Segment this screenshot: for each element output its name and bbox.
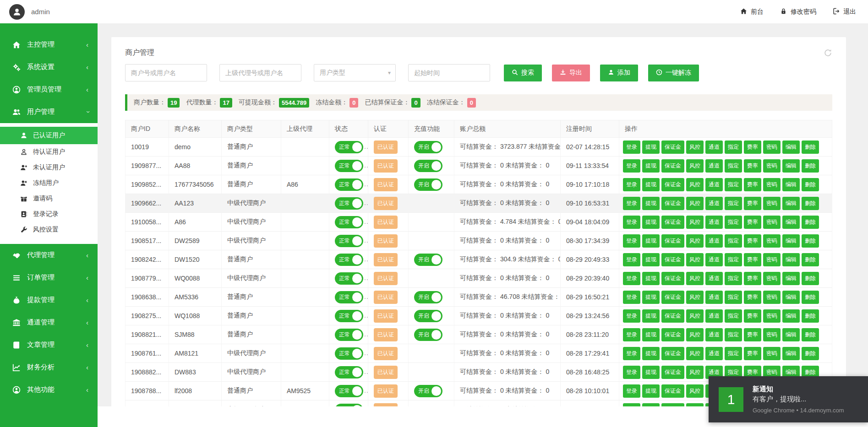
action-button-edit[interactable]: 编辑 (782, 253, 800, 266)
action-button-assign[interactable]: 指定 (725, 141, 742, 154)
action-button-risk[interactable]: 风控 (686, 141, 704, 154)
action-button-risk[interactable]: 风控 (686, 347, 704, 360)
action-button-withdraw[interactable]: 提现 (642, 384, 660, 398)
action-button-password[interactable]: 密码 (763, 216, 781, 229)
action-button-channel[interactable]: 通道 (705, 159, 723, 173)
recharge-toggle[interactable]: 开启 (414, 310, 442, 322)
sidebar-item-users[interactable]: 用户管理‹ (0, 101, 98, 123)
action-button-margin[interactable]: 保证金 (661, 159, 684, 173)
action-button-delete[interactable]: 删除 (802, 178, 819, 191)
status-toggle[interactable]: 正常 (335, 160, 363, 172)
action-button-login[interactable]: 登录 (623, 141, 640, 154)
sidebar-item-invite-code[interactable]: 邀请码 (0, 191, 98, 206)
action-button-login[interactable]: 登录 (623, 272, 640, 285)
recharge-toggle[interactable]: 开启 (414, 141, 442, 153)
action-button-rate[interactable]: 费率 (744, 347, 761, 360)
sidebar-item-agents[interactable]: 代理管理‹ (0, 244, 98, 266)
action-button-password[interactable]: 密码 (763, 347, 781, 360)
status-toggle[interactable]: 正常 (335, 216, 363, 228)
sidebar-item-verified-users[interactable]: 已认证用户 (0, 127, 98, 144)
action-button-withdraw[interactable]: 提现 (642, 197, 660, 210)
action-button-password[interactable]: 密码 (763, 197, 781, 210)
action-button-risk[interactable]: 风控 (686, 403, 704, 407)
action-button-edit[interactable]: 编辑 (782, 178, 800, 191)
notification-toast[interactable]: 1 新通知 有客户，提现啦... Google Chrome • 14.demo… (709, 376, 868, 422)
action-button-edit[interactable]: 编辑 (782, 159, 800, 173)
action-button-edit[interactable]: 编辑 (782, 216, 800, 229)
action-button-password[interactable]: 密码 (763, 178, 781, 191)
action-button-assign[interactable]: 指定 (725, 159, 742, 173)
sidebar-item-system[interactable]: 系统设置‹ (0, 56, 98, 78)
action-button-password[interactable]: 密码 (763, 141, 781, 154)
action-button-rate[interactable]: 费率 (744, 309, 761, 323)
action-button-rate[interactable]: 费率 (744, 234, 761, 248)
action-button-delete[interactable]: 删除 (802, 291, 819, 304)
action-button-margin[interactable]: 保证金 (661, 197, 684, 210)
action-button-password[interactable]: 密码 (763, 291, 781, 304)
action-button-risk[interactable]: 风控 (686, 309, 704, 323)
sidebar-item-risk-settings[interactable]: 风控设置 (0, 222, 98, 238)
action-button-risk[interactable]: 风控 (686, 253, 704, 266)
status-toggle[interactable]: 正常 (335, 347, 363, 360)
action-button-margin[interactable]: 保证金 (661, 403, 684, 407)
action-button-edit[interactable]: 编辑 (782, 197, 800, 210)
action-button-rate[interactable]: 费率 (744, 253, 761, 266)
action-button-risk[interactable]: 风控 (686, 272, 704, 285)
action-button-margin[interactable]: 保证金 (661, 141, 684, 154)
action-button-delete[interactable]: 删除 (802, 309, 819, 323)
status-toggle[interactable]: 正常 (335, 329, 363, 341)
action-button-withdraw[interactable]: 提现 (642, 272, 660, 285)
action-button-assign[interactable]: 指定 (725, 309, 742, 323)
sidebar-item-other[interactable]: 其他功能‹ (0, 378, 98, 401)
action-button-edit[interactable]: 编辑 (782, 141, 800, 154)
action-button-password[interactable]: 密码 (763, 159, 781, 173)
action-button-withdraw[interactable]: 提现 (642, 216, 660, 229)
status-toggle[interactable]: 正常 (335, 197, 363, 210)
action-button-risk[interactable]: 风控 (686, 159, 704, 173)
action-button-channel[interactable]: 通道 (705, 272, 723, 285)
sidebar-item-withdrawals[interactable]: 提款管理‹ (0, 289, 98, 311)
action-button-edit[interactable]: 编辑 (782, 309, 800, 323)
action-button-edit[interactable]: 编辑 (782, 328, 800, 341)
status-toggle[interactable]: 正常 (335, 178, 363, 191)
action-button-channel[interactable]: 通道 (705, 253, 723, 266)
action-button-edit[interactable]: 编辑 (782, 272, 800, 285)
action-button-withdraw[interactable]: 提现 (642, 328, 660, 341)
action-button-margin[interactable]: 保证金 (661, 328, 684, 341)
status-toggle[interactable]: 正常 (335, 385, 363, 397)
action-button-withdraw[interactable]: 提现 (642, 291, 660, 304)
action-button-withdraw[interactable]: 提现 (642, 366, 660, 379)
action-button-login[interactable]: 登录 (623, 328, 640, 341)
action-button-delete[interactable]: 删除 (802, 216, 819, 229)
export-button[interactable]: 导出 (552, 65, 590, 81)
sidebar-item-pending-users[interactable]: 待认证用户 (0, 144, 98, 160)
recharge-toggle[interactable]: 开启 (414, 254, 442, 266)
action-button-channel[interactable]: 通道 (705, 197, 723, 210)
status-toggle[interactable]: 正常 (335, 404, 363, 407)
action-button-edit[interactable]: 编辑 (782, 347, 800, 360)
action-button-margin[interactable]: 保证金 (661, 178, 684, 191)
action-button-margin[interactable]: 保证金 (661, 291, 684, 304)
recharge-toggle[interactable]: 开启 (414, 160, 442, 172)
sidebar-item-admins[interactable]: 管理员管理‹ (0, 78, 98, 101)
action-button-risk[interactable]: 风控 (686, 178, 704, 191)
action-button-margin[interactable]: 保证金 (661, 309, 684, 323)
action-button-assign[interactable]: 指定 (725, 197, 742, 210)
action-button-risk[interactable]: 风控 (686, 216, 704, 229)
action-button-login[interactable]: 登录 (623, 384, 640, 398)
action-button-withdraw[interactable]: 提现 (642, 141, 660, 154)
action-button-assign[interactable]: 指定 (725, 347, 742, 360)
status-toggle[interactable]: 正常 (335, 366, 363, 378)
action-button-assign[interactable]: 指定 (725, 216, 742, 229)
sidebar-item-login-log[interactable]: 登录记录 (0, 206, 98, 222)
action-button-margin[interactable]: 保证金 (661, 347, 684, 360)
action-button-delete[interactable]: 删除 (802, 347, 819, 360)
action-button-channel[interactable]: 通道 (705, 216, 723, 229)
action-button-assign[interactable]: 指定 (725, 328, 742, 341)
action-button-risk[interactable]: 风控 (686, 328, 704, 341)
status-toggle[interactable]: 正常 (335, 254, 363, 266)
nav-logout[interactable]: 退出 (833, 8, 856, 16)
action-button-login[interactable]: 登录 (623, 291, 640, 304)
action-button-login[interactable]: 登录 (623, 178, 640, 191)
sidebar-item-articles[interactable]: 文章管理‹ (0, 334, 98, 356)
